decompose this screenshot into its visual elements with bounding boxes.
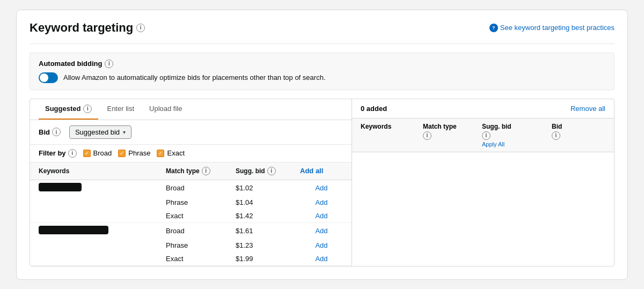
automated-bidding-toggle-row: Allow Amazon to automatically optimize b…	[39, 72, 605, 83]
add-all-button[interactable]: Add all	[300, 167, 323, 175]
bid-controls-row: Bid i Suggested bid ▾	[30, 120, 352, 145]
add-button-phrase-2[interactable]: Add	[300, 241, 343, 249]
main-panels: Suggested i Enter list Upload file Bid i…	[30, 99, 614, 266]
added-count-label: 0 added	[361, 105, 387, 113]
right-col-sugg-bid: Sugg. bid i Apply All	[482, 123, 552, 147]
keyword-targeting-card: Keyword targeting i ? See keyword target…	[16, 10, 628, 280]
keyword-group-2: Broad $1.61 Add Phrase $1.23 Add	[30, 223, 352, 266]
right-col-bid-info-icon[interactable]: i	[552, 131, 560, 140]
tab-enter-list-label: Enter list	[107, 105, 134, 113]
col-keywords-text: Keywords	[39, 167, 69, 175]
page-title: Keyword targeting i	[30, 21, 145, 35]
right-panel-table-header: Keywords Match type i Sugg. bid i Apply …	[352, 118, 614, 152]
add-button-broad-1[interactable]: Add	[300, 184, 343, 192]
match-type-broad-1: Broad	[166, 184, 236, 192]
right-col-match-type-text: Match type	[423, 123, 482, 130]
automated-bidding-toggle[interactable]	[39, 72, 58, 83]
match-type-exact-2: Exact	[166, 255, 236, 263]
tab-suggested-info-icon[interactable]: i	[83, 105, 92, 113]
table-row: Broad $1.02 Add	[30, 180, 352, 196]
automated-bidding-description: Allow Amazon to automatically optimize b…	[63, 73, 325, 81]
tab-enter-list[interactable]: Enter list	[100, 99, 141, 119]
table-row: Phrase $1.04 Add	[30, 196, 352, 209]
tabs-row: Suggested i Enter list Upload file	[30, 99, 352, 120]
col-match-type-text: Match type	[166, 167, 200, 175]
filter-phrase-label: Phrase	[128, 149, 150, 157]
keyword-cell-1	[39, 183, 166, 193]
right-col-match-type-info-icon[interactable]: i	[423, 131, 431, 140]
filter-broad-label: Broad	[93, 149, 112, 157]
toggle-thumb	[40, 73, 48, 82]
col-sugg-bid-info-icon[interactable]: i	[267, 167, 276, 175]
card-header: Keyword targeting i ? See keyword target…	[30, 21, 614, 44]
help-circle-icon: ?	[489, 24, 498, 32]
tab-upload-file-label: Upload file	[149, 105, 182, 113]
table-row: Exact $1.42 Add	[30, 209, 352, 223]
exact-checkbox-icon: ✓	[157, 150, 164, 157]
bid-dropdown-chevron: ▾	[123, 129, 126, 135]
sugg-bid-broad-2: $1.61	[236, 227, 300, 235]
automated-bidding-info-icon[interactable]: i	[105, 60, 113, 68]
automated-bidding-section: Automated bidding i Allow Amazon to auto…	[30, 53, 614, 90]
add-button-exact-1[interactable]: Add	[300, 212, 343, 220]
sugg-bid-exact-2: $1.99	[236, 255, 300, 263]
phrase-checkbox-icon: ✓	[118, 150, 126, 157]
right-panel-header: 0 added Remove all	[352, 99, 614, 118]
add-button-broad-2[interactable]: Add	[300, 227, 343, 235]
table-row: Phrase $1.23 Add	[30, 239, 352, 252]
filter-phrase-checkbox[interactable]: ✓ Phrase	[118, 149, 150, 157]
filter-info-icon[interactable]: i	[68, 149, 77, 158]
keyword-cell-2	[39, 226, 166, 236]
automated-bidding-title: Automated bidding i	[39, 60, 605, 68]
bid-info-icon[interactable]: i	[52, 128, 61, 136]
bid-dropdown-value: Suggested bid	[75, 128, 120, 136]
add-button-exact-2[interactable]: Add	[300, 255, 343, 263]
tab-suggested-label: Suggested	[45, 105, 80, 113]
col-header-keywords: Keywords	[39, 167, 166, 175]
page-title-text: Keyword targeting	[30, 21, 133, 35]
right-col-bid-text: Bid	[552, 123, 605, 130]
tab-suggested[interactable]: Suggested i	[39, 99, 98, 120]
left-panel: Suggested i Enter list Upload file Bid i…	[30, 99, 352, 266]
tab-upload-file[interactable]: Upload file	[143, 99, 188, 119]
keyword-row-content-2: Broad $1.61 Add Phrase $1.23 Add	[30, 223, 352, 265]
match-type-phrase-1: Phrase	[166, 198, 236, 206]
table-row: Broad $1.61 Add	[30, 223, 352, 239]
right-col-sugg-bid-text: Sugg. bid	[482, 123, 552, 130]
col-match-type-info-icon[interactable]: i	[202, 167, 210, 175]
match-type-phrase-2: Phrase	[166, 241, 236, 249]
help-link[interactable]: ? See keyword targeting best practices	[489, 24, 614, 32]
broad-checkbox-icon: ✓	[83, 150, 91, 157]
keyword-group-1: Broad $1.02 Add Phrase $1.04 Add	[30, 180, 352, 223]
right-panel: 0 added Remove all Keywords Match type i…	[352, 99, 614, 266]
sugg-bid-broad-1: $1.02	[236, 184, 300, 192]
sugg-bid-phrase-2: $1.23	[236, 241, 300, 249]
right-col-keywords: Keywords	[361, 123, 423, 130]
sugg-bid-exact-1: $1.42	[236, 212, 300, 220]
add-button-phrase-1[interactable]: Add	[300, 198, 343, 206]
help-link-text: See keyword targeting best practices	[500, 24, 614, 32]
filter-row: Filter by i ✓ Broad ✓ Phrase ✓ Exact	[30, 145, 352, 162]
keyword-row-wrapper-2: Broad $1.61 Add Phrase $1.23 Add	[30, 223, 352, 265]
right-col-bid: Bid i	[552, 123, 605, 140]
sugg-bid-phrase-1: $1.04	[236, 198, 300, 206]
filter-exact-checkbox[interactable]: ✓ Exact	[157, 149, 185, 157]
apply-all-link[interactable]: Apply All	[482, 141, 552, 147]
right-col-sugg-bid-info-icon[interactable]: i	[482, 131, 491, 140]
right-col-match-type: Match type i	[423, 123, 482, 140]
keyword-row-wrapper-1: Broad $1.02 Add Phrase $1.04 Add	[30, 180, 352, 223]
filter-broad-checkbox[interactable]: ✓ Broad	[83, 149, 112, 157]
title-info-icon[interactable]: i	[136, 24, 145, 32]
keyword-pill-2	[39, 226, 108, 234]
match-type-exact-1: Exact	[166, 212, 236, 220]
right-col-keywords-text: Keywords	[361, 123, 423, 130]
bid-dropdown[interactable]: Suggested bid ▾	[69, 125, 131, 139]
col-header-sugg-bid: Sugg. bid i	[236, 167, 300, 175]
table-row: Exact $1.99 Add	[30, 252, 352, 265]
remove-all-button[interactable]: Remove all	[570, 105, 605, 113]
bid-label: Bid i	[39, 128, 61, 136]
keywords-table-body: Broad $1.02 Add Phrase $1.04 Add	[30, 180, 352, 266]
col-header-match-type: Match type i	[166, 167, 236, 175]
match-type-broad-2: Broad	[166, 227, 236, 235]
filter-exact-label: Exact	[167, 149, 185, 157]
